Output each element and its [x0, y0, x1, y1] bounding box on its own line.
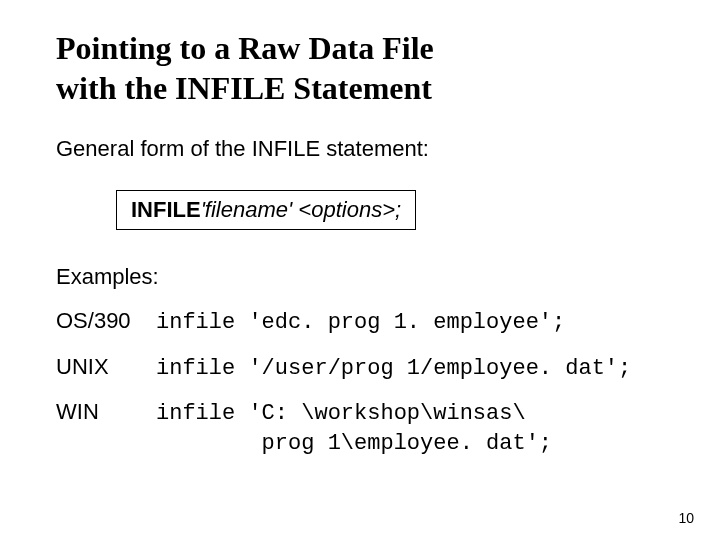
example-os: UNIX	[56, 354, 156, 380]
examples-table: OS/390 infile 'edc. prog 1. employee'; U…	[56, 308, 664, 459]
syntax-args: 'filename' <options>;	[201, 197, 401, 222]
example-code: infile '/user/prog 1/employee. dat';	[156, 354, 664, 384]
syntax-keyword: INFILE	[131, 197, 201, 222]
title-line-2: with the INFILE Statement	[56, 70, 432, 106]
slide-title: Pointing to a Raw Data File with the INF…	[56, 28, 664, 108]
examples-label: Examples:	[56, 264, 664, 290]
title-line-1: Pointing to a Raw Data File	[56, 30, 434, 66]
example-os: OS/390	[56, 308, 156, 334]
example-code: infile 'edc. prog 1. employee';	[156, 308, 664, 338]
page-number: 10	[678, 510, 694, 526]
example-os: WIN	[56, 399, 156, 425]
slide: Pointing to a Raw Data File with the INF…	[0, 0, 720, 540]
intro-text: General form of the INFILE statement:	[56, 136, 664, 162]
syntax-box: INFILE'filename' <options>;	[116, 190, 416, 230]
example-code: infile 'C: \workshop\winsas\ prog 1\empl…	[156, 399, 664, 458]
